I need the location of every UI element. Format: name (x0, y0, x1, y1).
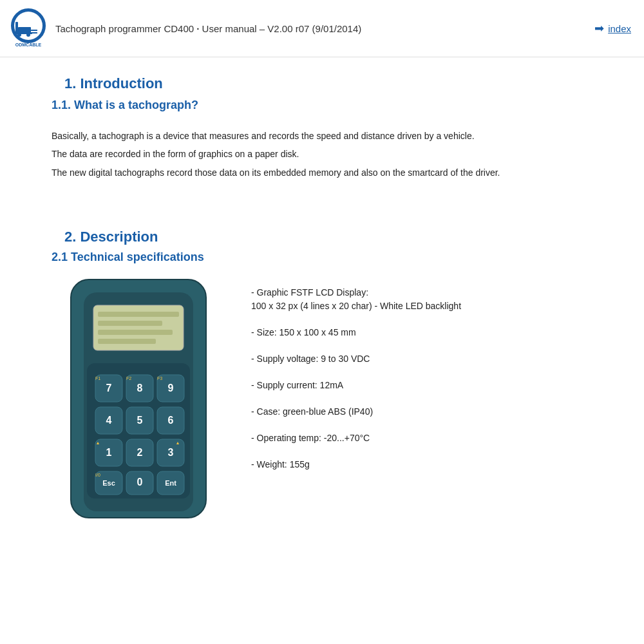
section-1-1-title: 1.1. What is a tachograph? (52, 99, 605, 112)
svg-text:ODMCABLE: ODMCABLE (15, 43, 42, 47)
header-left: ODMCABLE Tachograph programmer CD400 · U… (6, 6, 361, 50)
spec-item-3: - Supply current: 12mA (251, 379, 605, 392)
svg-text:2: 2 (137, 447, 143, 458)
body-line-3: The new digital tachographs record those… (52, 166, 605, 180)
svg-text:F3: F3 (157, 376, 162, 381)
svg-rect-6 (31, 32, 37, 33)
svg-text:0: 0 (137, 477, 143, 488)
body-line-1: Basically, a tachograph is a device that… (52, 129, 605, 143)
svg-point-8 (26, 33, 30, 37)
svg-text:9: 9 (168, 383, 174, 393)
svg-text:Esc: Esc (102, 479, 115, 487)
svg-text:▲: ▲ (176, 440, 180, 445)
svg-text:1: 1 (106, 447, 112, 458)
index-link[interactable]: index (608, 23, 631, 34)
svg-text:Ent: Ent (165, 479, 176, 487)
svg-text:4: 4 (106, 415, 112, 426)
device-specs-container: 7 F1 8 F2 9 F3 4 5 6 1 ▲ (52, 273, 605, 533)
svg-rect-3 (15, 22, 18, 33)
svg-rect-5 (31, 30, 37, 31)
logo: ODMCABLE (6, 6, 50, 50)
svg-rect-13 (98, 312, 179, 317)
spec-item-6: - Weight: 155g (251, 458, 605, 471)
specs-list: - Graphic FSTF LCD Display: 100 x 32 px … (251, 273, 605, 484)
svg-rect-16 (98, 339, 156, 344)
svg-text:▲: ▲ (96, 440, 100, 445)
svg-rect-15 (98, 330, 173, 335)
svg-text:6: 6 (168, 415, 174, 426)
body-line-2: The data are recorded in the form of gra… (52, 147, 605, 161)
svg-text:7: 7 (106, 383, 112, 393)
svg-text:5: 5 (137, 415, 143, 426)
svg-point-7 (17, 33, 21, 37)
spec-item-2: - Supply voltage: 9 to 30 VDC (251, 352, 605, 366)
svg-text:8: 8 (137, 383, 143, 393)
header-title: Tachograph programmer CD400 · User manua… (55, 23, 361, 34)
main-content: 1. Introduction 1.1. What is a tachograp… (0, 57, 644, 545)
spec-item-4: - Case: green-blue ABS (IP40) (251, 405, 605, 419)
svg-text:3: 3 (168, 447, 174, 458)
section-2-1-title: 2.1 Technical specifications (52, 251, 605, 264)
header-index[interactable]: ➡ index (594, 21, 631, 35)
spec-item-0: - Graphic FSTF LCD Display: 100 x 32 px … (251, 286, 605, 313)
svg-text:F1: F1 (95, 376, 100, 381)
page-header: ODMCABLE Tachograph programmer CD400 · U… (0, 0, 644, 57)
spec-item-5: - Operating temp: -20...+70°C (251, 431, 605, 445)
svg-text:I/0: I/0 (95, 473, 100, 477)
section-2-title: 2. Description (64, 229, 605, 245)
arrow-icon: ➡ (594, 21, 604, 35)
section-1-title: 1. Introduction (64, 75, 605, 92)
svg-rect-14 (98, 321, 162, 326)
svg-text:F2: F2 (126, 376, 131, 381)
spec-item-1: - Size: 150 x 100 x 45 mm (251, 326, 605, 339)
device-illustration: 7 F1 8 F2 9 F3 4 5 6 1 ▲ (52, 273, 232, 533)
